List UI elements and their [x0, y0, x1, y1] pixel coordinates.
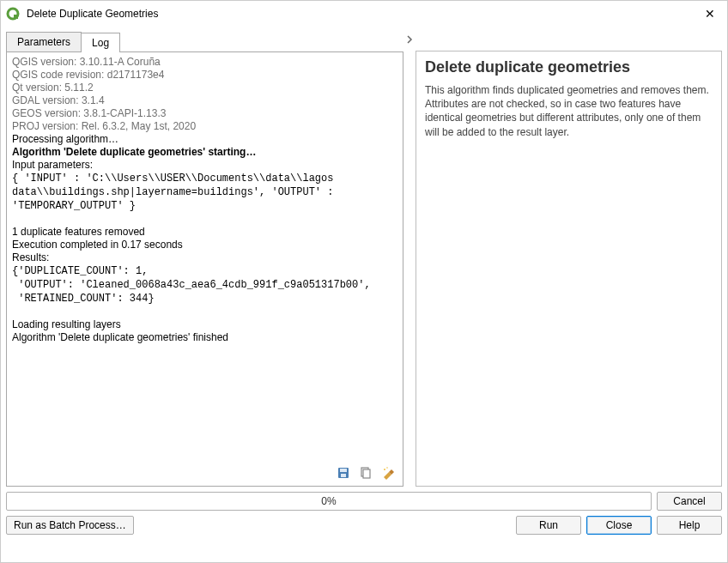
- cancel-button[interactable]: Cancel: [657, 492, 722, 511]
- bottom-area: 0% Cancel Run as Batch Process… Run Clos…: [1, 487, 727, 540]
- log-line: 1 duplicate features removed: [12, 226, 145, 238]
- log-results: {'DUPLICATE_COUNT': 1, 'OUTPUT': 'Cleane…: [12, 265, 371, 305]
- log-actions: [12, 463, 397, 484]
- close-button[interactable]: Close: [586, 516, 652, 535]
- run-button[interactable]: Run: [516, 516, 581, 535]
- log-line-starting: Algorithm 'Delete duplicate geometries' …: [12, 146, 256, 158]
- left-column: Parameters Log QGIS version: 3.10.11-A C…: [6, 32, 403, 487]
- titlebar: Delete Duplicate Geometries ✕: [1, 1, 727, 27]
- log-input-params: { 'INPUT' : 'C:\\Users\\USER\\Documents\…: [12, 173, 340, 212]
- log-body: QGIS version: 3.10.11-A Coruña QGIS code…: [12, 56, 397, 463]
- log-line: GDAL version: 3.1.4: [12, 94, 105, 106]
- help-panel: Delete duplicate geometries This algorit…: [416, 51, 722, 487]
- button-row: Run as Batch Process… Run Close Help: [6, 516, 722, 535]
- log-line: Input parameters:: [12, 159, 93, 171]
- svg-point-8: [386, 467, 388, 469]
- progress-bar: 0%: [6, 492, 652, 511]
- svg-rect-1: [14, 15, 18, 19]
- svg-rect-4: [341, 474, 346, 477]
- window-close-button[interactable]: ✕: [700, 5, 720, 22]
- svg-point-7: [384, 469, 385, 470]
- help-button[interactable]: Help: [657, 516, 722, 535]
- log-line: Qt version: 5.11.2: [12, 82, 94, 94]
- log-line: Algorithm 'Delete duplicate geometries' …: [12, 331, 228, 343]
- copy-log-icon[interactable]: [358, 465, 373, 481]
- splitter-handle[interactable]: [405, 32, 416, 487]
- svg-rect-3: [340, 469, 347, 472]
- run-batch-button[interactable]: Run as Batch Process…: [6, 516, 134, 535]
- log-line: Execution completed in 0.17 seconds: [12, 239, 183, 251]
- right-button-group: Run Close Help: [516, 516, 722, 535]
- log-panel: QGIS version: 3.10.11-A Coruña QGIS code…: [6, 51, 403, 487]
- tab-log[interactable]: Log: [81, 33, 120, 52]
- log-line: PROJ version: Rel. 6.3.2, May 1st, 2020: [12, 120, 196, 132]
- progress-row: 0% Cancel: [6, 492, 722, 511]
- help-body: This algorithm finds duplicated geometri…: [425, 83, 713, 139]
- save-log-icon[interactable]: [336, 465, 351, 481]
- log-line: Loading resulting layers: [12, 318, 121, 330]
- help-title: Delete duplicate geometries: [425, 58, 713, 76]
- clear-log-icon[interactable]: [380, 465, 396, 481]
- tab-row: Parameters Log: [6, 32, 403, 51]
- main-area: Parameters Log QGIS version: 3.10.11-A C…: [1, 27, 727, 487]
- log-line: GEOS version: 3.8.1-CAPI-1.13.3: [12, 107, 166, 119]
- log-line: Results:: [12, 251, 49, 263]
- window-title: Delete Duplicate Geometries: [27, 8, 700, 20]
- tab-parameters[interactable]: Parameters: [6, 32, 82, 51]
- svg-rect-6: [363, 469, 370, 478]
- progress-label: 0%: [321, 495, 336, 507]
- qgis-icon: [6, 7, 20, 21]
- log-line: QGIS code revision: d2171173e4: [12, 69, 164, 81]
- log-line: QGIS version: 3.10.11-A Coruña: [12, 56, 161, 68]
- log-line: Processing algorithm…: [12, 133, 118, 145]
